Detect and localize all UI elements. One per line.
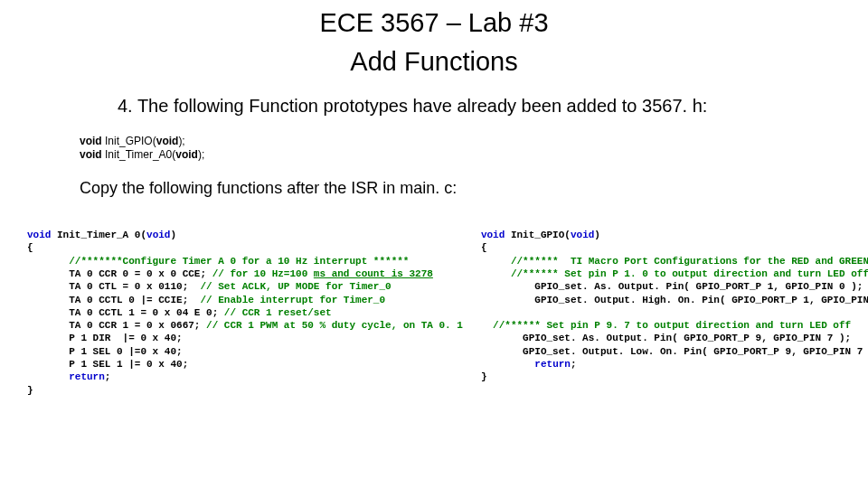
prototype-line-1: void Init_GPIO(void); xyxy=(80,135,841,149)
item-4-text: 4. The following Function prototypes hav… xyxy=(118,96,841,117)
copy-instruction: Copy the following functions after the I… xyxy=(80,179,841,198)
comment: // Set ACLK, UP MODE for Timer_0 xyxy=(200,281,391,292)
comment: // CCR 1 reset/set xyxy=(218,307,331,318)
prototype-block: void Init_GPIO(void); void Init_Timer_A0… xyxy=(80,135,841,163)
keyword-return: return xyxy=(69,371,105,382)
code-right: void Init_GPIO(void) { //****** TI Macro… xyxy=(481,216,868,409)
comment: // CCR 1 PWM at 50 % duty cycle, on TA 0… xyxy=(206,320,463,331)
page-subtitle: Add Functions xyxy=(27,46,841,78)
page-title: ECE 3567 – Lab #3 xyxy=(27,7,841,39)
comment: // Enable interrupt for Timer_0 xyxy=(200,295,385,305)
comment: //****** Set pin P 9. 7 to output direct… xyxy=(481,320,851,331)
keyword-void: void xyxy=(146,230,170,240)
keyword-return: return xyxy=(534,359,571,370)
comment: // for 10 Hz=100 xyxy=(212,268,314,279)
keyword-void: void xyxy=(80,135,102,147)
keyword-void: void xyxy=(571,230,594,240)
keyword-void: void xyxy=(481,230,505,240)
code-columns: void Init_Timer_A 0(void) { //*******Con… xyxy=(27,216,841,409)
keyword-void: void xyxy=(156,135,179,147)
keyword-void: void xyxy=(175,148,198,161)
comment: //****** Set pin P 1. 0 to output direct… xyxy=(481,268,868,279)
code-left: void Init_Timer_A 0(void) { //*******Con… xyxy=(27,216,463,409)
comment-underline: ms and count is 3278 xyxy=(314,268,433,279)
comment: //*******Configure Timer A 0 for a 10 Hz… xyxy=(27,256,409,267)
prototype-line-2: void Init_Timer_A0(void); xyxy=(80,148,841,163)
keyword-void: void xyxy=(80,148,102,161)
keyword-void: void xyxy=(27,230,51,240)
comment: //****** TI Macro Port Configurations fo… xyxy=(481,256,868,267)
slide: ECE 3567 – Lab #3 Add Functions 4. The f… xyxy=(0,0,868,417)
